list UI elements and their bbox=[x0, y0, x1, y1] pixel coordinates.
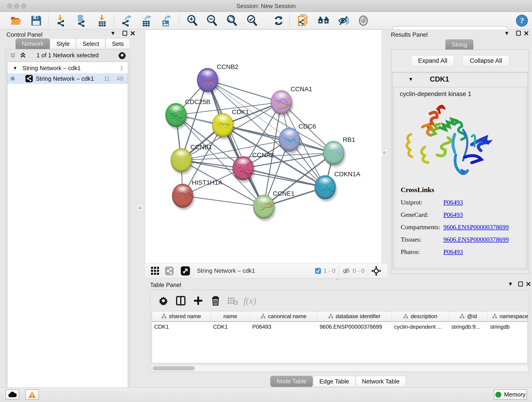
tab-edge-table[interactable]: Edge Table bbox=[313, 376, 355, 387]
grid-view-icon[interactable] bbox=[151, 266, 160, 275]
birds-eye-view-icon[interactable] bbox=[181, 266, 190, 276]
results-panel-close-icon[interactable]: ✕ bbox=[522, 29, 530, 37]
warning-button[interactable] bbox=[25, 389, 39, 400]
network-node-CDK1[interactable] bbox=[212, 113, 233, 137]
refresh-view-icon[interactable] bbox=[272, 14, 285, 27]
enhanced-graphics-icon[interactable] bbox=[356, 14, 370, 27]
hidden-count-eye-icon[interactable] bbox=[342, 268, 350, 274]
control-panel-menu-icon[interactable]: ▼ bbox=[109, 29, 117, 37]
table-panel-float-icon[interactable] bbox=[517, 280, 525, 288]
results-panel-menu-icon[interactable]: ▼ bbox=[503, 29, 511, 37]
network-node-CDC25B[interactable] bbox=[165, 103, 186, 127]
network-node-HIST1H1A[interactable] bbox=[172, 184, 193, 208]
column-header-canonical-name[interactable]: canonical name bbox=[250, 311, 317, 321]
node-label-HIST1H1A: HIST1H1A bbox=[192, 179, 222, 186]
crosslink-link[interactable]: 9606.ENSP00000378699 bbox=[443, 236, 509, 243]
collection-expand-icon[interactable]: ▼ bbox=[13, 65, 17, 71]
selected-count-checkbox-icon[interactable] bbox=[315, 268, 321, 274]
network-view-type-icon[interactable] bbox=[165, 266, 174, 275]
results-panel-float-icon[interactable] bbox=[515, 29, 522, 37]
network-node-CCNE1[interactable] bbox=[253, 195, 274, 219]
expand-all-button[interactable]: Expand All bbox=[411, 55, 455, 67]
cloud-button[interactable] bbox=[6, 389, 19, 400]
network-row-selected[interactable]: String Network – cdk1 11 48 bbox=[7, 73, 128, 84]
help-icon[interactable]: ? bbox=[515, 14, 529, 27]
table-cell[interactable]: 9606.ENSP00000378699 bbox=[317, 322, 392, 332]
network-edge-CDK1-RB1[interactable] bbox=[223, 125, 334, 153]
crosslink-link[interactable]: P06493 bbox=[443, 211, 463, 218]
crosslink-link[interactable]: P06493 bbox=[443, 248, 463, 255]
network-options-gear-icon[interactable] bbox=[118, 51, 126, 59]
table-header-row: shared namenamecanonical namedatabase id… bbox=[152, 311, 527, 322]
hide-glass-effect-icon[interactable] bbox=[336, 14, 350, 27]
network-node-CCNA1[interactable] bbox=[271, 90, 292, 114]
zoom-out-icon[interactable] bbox=[205, 14, 219, 27]
column-header-name[interactable]: name bbox=[211, 311, 250, 321]
zoom-in-icon[interactable] bbox=[186, 14, 199, 27]
table-panel-close-icon[interactable]: ✕ bbox=[525, 280, 532, 288]
table-row[interactable]: CDK1CDK1P064939606.ENSP00000378699cyclin… bbox=[152, 322, 527, 332]
table-cell[interactable]: stringdb:9... bbox=[449, 322, 488, 332]
import-network-database-icon[interactable] bbox=[74, 14, 88, 27]
network-edge-HIST1H1A-CCNE1[interactable] bbox=[183, 196, 264, 207]
table-cell[interactable]: cyclin-dependent ... bbox=[392, 322, 449, 332]
export-network-icon[interactable] bbox=[120, 14, 133, 27]
network-edge-CCNB2-CCNE1[interactable] bbox=[208, 80, 264, 207]
string-import-icon[interactable] bbox=[296, 14, 310, 27]
save-session-icon[interactable] bbox=[29, 14, 43, 27]
zoom-selected-icon[interactable] bbox=[245, 14, 259, 27]
tab-select[interactable]: Select bbox=[76, 38, 105, 49]
network-node-CCNB2[interactable] bbox=[197, 68, 218, 92]
table-cell[interactable]: CDK1 bbox=[211, 322, 250, 332]
network-tree: ▼ String Network – cdk1 1 String Network… bbox=[7, 62, 128, 389]
add-column-icon[interactable] bbox=[191, 294, 205, 307]
table-panel-menu-icon[interactable]: ▼ bbox=[507, 280, 514, 288]
crosslink-link[interactable]: 9606.ENSP00000378699 bbox=[443, 223, 509, 231]
protein-name: CDK1 bbox=[430, 75, 449, 83]
collapse-all-button[interactable]: Collapse All bbox=[462, 55, 509, 67]
import-network-file-icon[interactable] bbox=[55, 14, 69, 27]
control-panel-float-icon[interactable] bbox=[121, 29, 129, 37]
open-session-icon[interactable] bbox=[9, 14, 23, 27]
table-options-gear-icon[interactable] bbox=[157, 294, 170, 307]
zoom-fit-icon[interactable] bbox=[225, 14, 239, 27]
delete-column-icon[interactable] bbox=[209, 294, 222, 307]
network-canvas[interactable]: CCNB2CCNA1CDC25BCDK1CDC6RB1CCNB1CCNA2CDK… bbox=[145, 30, 381, 263]
crosslink-link[interactable]: P06493 bbox=[443, 199, 463, 206]
memory-button[interactable]: Memory bbox=[494, 389, 527, 400]
delete-table-icon[interactable] bbox=[226, 294, 239, 307]
export-table-icon[interactable] bbox=[139, 14, 153, 27]
table-cell[interactable]: stringdb bbox=[488, 322, 532, 332]
function-builder-icon[interactable]: f(x) bbox=[243, 294, 256, 307]
tab-node-table[interactable]: Node Table bbox=[270, 376, 313, 387]
tab-style[interactable]: Style bbox=[50, 38, 76, 49]
right-splitter-handle[interactable] bbox=[381, 149, 387, 156]
column-header-@id[interactable]: @id bbox=[449, 311, 488, 321]
scrollbar-thumb[interactable] bbox=[152, 366, 195, 370]
column-header-description[interactable]: description bbox=[392, 311, 449, 321]
import-table-icon[interactable] bbox=[95, 14, 109, 27]
network-node-CCNA2[interactable] bbox=[233, 156, 254, 180]
table-cell[interactable]: CDK1 bbox=[152, 322, 211, 332]
fit-content-crosshair-icon[interactable] bbox=[371, 266, 381, 276]
tab-network[interactable]: Network bbox=[16, 38, 50, 49]
column-header-namespace[interactable]: namespace bbox=[488, 311, 532, 321]
export-image-icon[interactable] bbox=[159, 14, 173, 27]
network-node-CDC6[interactable] bbox=[279, 128, 300, 152]
control-panel-close-icon[interactable]: ✕ bbox=[129, 29, 137, 37]
table-cell[interactable]: P06493 bbox=[250, 322, 317, 332]
network-node-CDKN1A[interactable] bbox=[315, 175, 336, 199]
network-node-RB1[interactable] bbox=[323, 141, 344, 165]
show-columns-icon[interactable] bbox=[174, 294, 187, 307]
column-header-database-identifier[interactable]: database identifier bbox=[317, 311, 392, 321]
network-node-CCNB1[interactable] bbox=[171, 148, 192, 172]
table-horizontal-scrollbar[interactable] bbox=[152, 365, 528, 371]
column-header-shared-name[interactable]: shared name bbox=[152, 311, 211, 321]
tab-sets[interactable]: Sets bbox=[106, 38, 130, 49]
tab-string[interactable]: String bbox=[445, 39, 473, 50]
network-collection-row[interactable]: ▼ String Network – cdk1 1 bbox=[7, 63, 128, 73]
protein-collapse-icon[interactable]: ▼ bbox=[408, 76, 413, 82]
string-home-icon[interactable] bbox=[317, 14, 330, 27]
left-splitter-handle[interactable] bbox=[137, 205, 143, 211]
tab-network-table[interactable]: Network Table bbox=[356, 376, 406, 387]
